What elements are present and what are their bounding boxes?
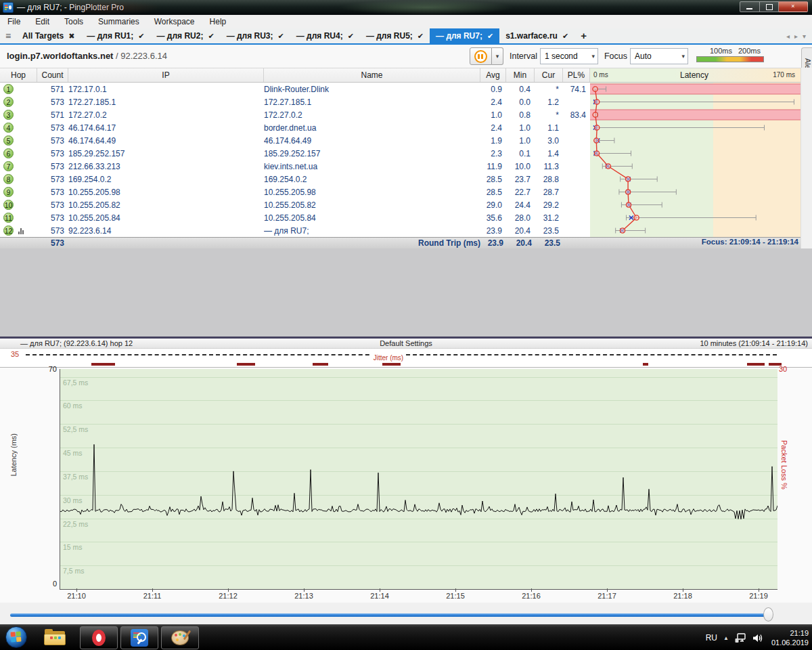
x-axis-tick <box>76 588 77 592</box>
close-button[interactable]: × <box>779 1 808 12</box>
tab-для-ru4[interactable]: — для RU4;✔ <box>290 28 360 43</box>
col-avg[interactable]: Avg <box>480 68 506 82</box>
tab-label: All Targets <box>22 31 64 41</box>
loss-axis-label: Packet Loss % <box>780 440 788 490</box>
hop-number-badge: 4 <box>3 123 14 133</box>
x-axis-tick <box>531 588 532 592</box>
hop-cur: 31.2 <box>535 213 563 223</box>
menu-item-help[interactable]: Help <box>202 15 234 28</box>
hop-count: 573 <box>37 226 68 236</box>
x-axis-tick-label: 21:13 <box>289 592 319 600</box>
empty-area <box>0 248 812 337</box>
col-hop[interactable]: Hop <box>0 68 37 82</box>
latency-trace-chart[interactable]: 67,5 ms60 ms52,5 ms45 ms37,5 ms30 ms22,5… <box>60 369 777 590</box>
hop-avg: 0.9 <box>480 85 506 94</box>
x-axis-tick-label: 21:14 <box>365 592 394 600</box>
start-button[interactable] <box>5 626 27 648</box>
hop-cur: 28.8 <box>535 175 563 184</box>
menu-item-file[interactable]: File <box>0 15 28 28</box>
hop-cur: * <box>535 85 563 94</box>
round-trip-avg: 23.9 <box>482 238 508 248</box>
interval-select[interactable]: 1 second▾ <box>540 48 598 64</box>
tab-для-ru3[interactable]: — для RU3;✔ <box>221 28 290 43</box>
menu-item-edit[interactable]: Edit <box>28 15 57 28</box>
hop-ip: 169.254.0.2 <box>68 175 264 184</box>
time-scrollbar-track[interactable] <box>10 613 769 617</box>
hop-number-badge: 11 <box>3 213 14 223</box>
jitter-loss-bar <box>747 363 765 366</box>
explorer-taskbar-button[interactable] <box>42 628 69 649</box>
col-name[interactable]: Name <box>264 68 480 82</box>
speaker-icon[interactable] <box>752 634 763 643</box>
hop-avg: 2.4 <box>480 98 506 107</box>
scroll-left-icon[interactable]: ◂ <box>786 32 790 40</box>
x-axis-tick <box>607 588 608 592</box>
taskbar: RU ▲ 21:19 01.06.2019 <box>0 624 812 650</box>
tab-list-icon[interactable]: ▾ <box>803 32 806 40</box>
hop-ip: 172.27.0.2 <box>68 110 264 120</box>
timeline-settings-label[interactable]: Default Settings <box>0 339 812 347</box>
focus-range-label: Focus: 21:09:14 - 21:19:14 <box>702 238 798 246</box>
x-axis-tick-label: 21:19 <box>744 592 773 600</box>
paint-icon <box>171 630 189 645</box>
check-icon[interactable]: ✔ <box>138 32 144 41</box>
check-icon[interactable]: ✔ <box>562 32 568 41</box>
round-trip-cur: 23.5 <box>536 238 564 248</box>
col-ip[interactable]: IP <box>68 68 264 82</box>
hamburger-icon[interactable]: ≡ <box>0 28 16 43</box>
time-scrollbar-handle[interactable] <box>763 607 773 622</box>
jitter-loss-bar <box>237 363 255 366</box>
check-icon[interactable]: ✔ <box>348 32 354 41</box>
new-tab-button[interactable]: + <box>574 28 593 43</box>
taskbar-clock[interactable]: 21:19 01.06.2019 <box>771 628 809 648</box>
minimize-button[interactable] <box>740 1 760 12</box>
col-cur[interactable]: Cur <box>535 68 563 82</box>
tray-expand-icon[interactable]: ▲ <box>723 635 729 641</box>
paint-taskbar-button[interactable] <box>161 626 199 649</box>
menu-bar: FileEditToolsSummariesWorkspaceHelp <box>0 15 812 29</box>
col-count[interactable]: Count <box>37 68 68 82</box>
hop-count: 573 <box>37 98 68 107</box>
close-icon[interactable]: ✖ <box>68 32 74 41</box>
focused-graph-icon <box>18 228 24 234</box>
latency-axis-max: 70 <box>39 365 57 373</box>
x-axis-tick <box>455 588 456 592</box>
menu-item-summaries[interactable]: Summaries <box>91 15 147 28</box>
col-pl[interactable]: PL% <box>563 68 590 82</box>
hop-min: 22.7 <box>506 188 535 197</box>
hop-name: border.dnet.ua <box>264 123 480 133</box>
menu-item-workspace[interactable]: Workspace <box>147 15 202 28</box>
maximize-button[interactable] <box>760 1 779 12</box>
tab-для-ru5[interactable]: — для RU5;✔ <box>360 28 430 43</box>
tab-для-ru1[interactable]: — для RU1;✔ <box>81 28 150 43</box>
network-icon[interactable] <box>735 633 746 643</box>
tab-all-targets[interactable]: All Targets✖ <box>16 28 81 43</box>
pause-button[interactable] <box>470 47 492 65</box>
col-min[interactable]: Min <box>506 68 535 82</box>
check-icon[interactable]: ✔ <box>208 32 214 41</box>
round-trip-min: 20.4 <box>508 238 536 248</box>
timeline-range-label[interactable]: 10 minutes (21:09:14 - 21:19:14) <box>700 339 808 347</box>
scroll-right-icon[interactable]: ▸ <box>794 32 798 40</box>
legend-gradient-bar <box>696 56 764 62</box>
pause-dropdown-button[interactable]: ▾ <box>492 47 503 65</box>
tab-для-ru7[interactable]: — для RU7;✔ <box>430 28 499 43</box>
opera-taskbar-button[interactable] <box>80 626 118 649</box>
focus-select[interactable]: Auto▾ <box>630 48 688 64</box>
check-icon[interactable]: ✔ <box>487 32 493 41</box>
language-indicator[interactable]: RU <box>706 633 717 643</box>
tab-для-ru2[interactable]: — для RU2;✔ <box>150 28 220 43</box>
hop-min: 10.0 <box>506 162 535 171</box>
pingplotter-taskbar-button[interactable] <box>120 626 158 649</box>
target-host: login.p7.worldoftanks.net <box>7 51 113 61</box>
check-icon[interactable]: ✔ <box>278 32 284 41</box>
menu-item-tools[interactable]: Tools <box>57 15 91 28</box>
col-latency[interactable]: 0 ms Latency 170 ms <box>590 68 800 82</box>
check-icon[interactable]: ✔ <box>418 32 424 41</box>
tab-s1-warface-ru[interactable]: s1.warface.ru✔ <box>499 28 574 43</box>
hop-cur: * <box>535 110 563 120</box>
hop-ip: 172.17.0.1 <box>68 85 264 94</box>
folder-icon <box>44 634 66 645</box>
x-axis-tick <box>380 588 380 592</box>
system-tray: RU ▲ 21:19 01.06.2019 <box>706 625 809 650</box>
